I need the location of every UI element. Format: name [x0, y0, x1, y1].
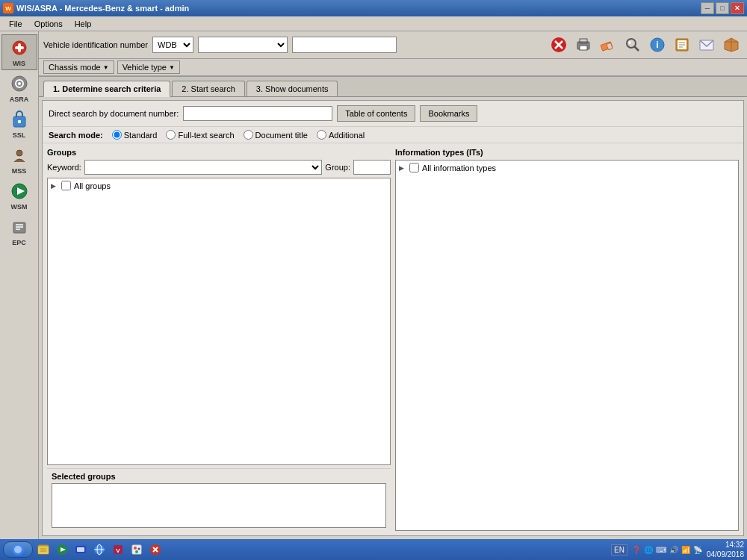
mode-bar: Chassis mode ▼ Vehicle type ▼	[39, 59, 747, 77]
svg-point-54	[138, 548, 140, 550]
tab-bar: 1. Determine search criteria 2. Start se…	[39, 77, 747, 97]
group-label: Group:	[325, 163, 350, 172]
menubar: File Options Help	[0, 16, 747, 31]
search-panel: Direct search by document number: Table …	[42, 100, 744, 536]
taskbar: V EN ❓ 🌐 ⌨ 🔊 📶 📡	[0, 539, 747, 560]
info-button[interactable]: i	[646, 34, 669, 55]
groups-all-checkbox[interactable]	[61, 181, 71, 190]
vin-input[interactable]	[292, 37, 397, 53]
svg-point-8	[16, 150, 22, 156]
groups-all-label: All groups	[74, 181, 111, 190]
sidebar-item-epc[interactable]: EPC	[1, 214, 37, 249]
chassis-mode-button[interactable]: Chassis mode ▼	[43, 60, 114, 74]
sidebar-ssl-label: SSL	[13, 131, 26, 139]
vehicle-type-button[interactable]: Vehicle type ▼	[117, 60, 180, 74]
svg-point-55	[135, 550, 138, 553]
keyword-label: Keyword:	[47, 163, 81, 172]
minimize-button[interactable]: ─	[701, 2, 714, 14]
mail-button[interactable]	[695, 34, 718, 55]
language-indicator: EN	[611, 544, 627, 556]
close-button[interactable]: ✕	[731, 2, 744, 14]
expand-icon: ▶	[51, 182, 58, 190]
book-button[interactable]	[671, 34, 693, 55]
time-display: 14:32	[707, 540, 744, 550]
selected-groups-label: Selected groups	[52, 472, 386, 481]
it-panel: Information types (ITs) ▶ All informatio…	[395, 148, 739, 531]
svg-point-25	[628, 41, 631, 44]
toolbar-strip: Vehicle identification number WDB	[39, 31, 747, 59]
keyword-input[interactable]	[84, 160, 323, 175]
search-mode-standard[interactable]: Standard	[112, 130, 158, 140]
taskbar-left: V	[3, 541, 164, 558]
sidebar-asra-label: ASRA	[10, 96, 29, 103]
stop-button[interactable]	[548, 34, 570, 55]
tab-determine[interactable]: 1. Determine search criteria	[43, 81, 170, 97]
start-button[interactable]	[3, 541, 33, 558]
main-container: WIS ASRA SSL	[0, 31, 747, 539]
it-all-item[interactable]: ▶ All information types	[399, 162, 735, 173]
menu-file[interactable]: File	[3, 18, 28, 30]
toolbar-icons: i	[548, 34, 743, 55]
chassis-mode-label: Chassis mode	[49, 63, 101, 72]
content-area: Vehicle identification number WDB	[39, 31, 747, 539]
taskbar-app-icon[interactable]	[147, 541, 164, 558]
date-display: 04/09/2018	[707, 550, 744, 559]
svg-rect-20	[580, 46, 587, 50]
tab-start-search[interactable]: 2. Start search	[172, 81, 245, 96]
taskbar-teamviewer-icon[interactable]	[72, 541, 89, 558]
taskbar-paint-icon[interactable]	[128, 541, 145, 558]
sidebar-mss-label: MSS	[12, 167, 27, 175]
network2-icon: 📶	[681, 546, 690, 554]
selected-groups-section: Selected groups	[47, 468, 391, 531]
sidebar-item-asra[interactable]: ASRA	[1, 70, 37, 106]
mss-icon	[9, 145, 30, 166]
svg-rect-46	[77, 547, 84, 552]
svg-text:V: V	[116, 547, 120, 554]
vehicle-type-label: Vehicle type	[123, 63, 167, 72]
print-button[interactable]	[572, 34, 595, 55]
group-input[interactable]	[353, 160, 391, 175]
menu-options[interactable]: Options	[28, 18, 69, 30]
it-all-label: All information types	[422, 164, 496, 172]
groups-title: Groups	[47, 148, 391, 157]
search-mode-document[interactable]: Document title	[244, 130, 308, 140]
groups-panel: Groups Keyword: Group: ▶ All grou	[47, 148, 391, 531]
ssl-icon	[9, 109, 30, 130]
it-expand-icon: ▶	[399, 164, 406, 172]
taskbar-files-icon[interactable]	[35, 541, 52, 558]
zoom-button[interactable]	[622, 34, 644, 55]
taskbar-media-icon[interactable]	[54, 541, 70, 558]
sidebar-epc-label: EPC	[12, 239, 26, 246]
maximize-button[interactable]: □	[716, 2, 729, 14]
menu-help[interactable]: Help	[69, 18, 98, 30]
groups-all-item[interactable]: ▶ All groups	[51, 180, 387, 191]
taskbar-vb-icon[interactable]: V	[110, 541, 126, 558]
package-button[interactable]	[720, 34, 743, 55]
vin-model-dropdown[interactable]	[198, 37, 288, 53]
svg-rect-7	[18, 120, 21, 123]
svg-line-24	[635, 47, 639, 52]
svg-rect-2	[15, 46, 24, 49]
sidebar-item-ssl[interactable]: SSL	[1, 106, 37, 142]
it-tree[interactable]: ▶ All information types	[395, 160, 739, 531]
direct-search-input[interactable]	[183, 106, 332, 121]
direct-search-row: Direct search by document number: Table …	[43, 101, 743, 127]
table-of-contents-button[interactable]: Table of contents	[337, 105, 415, 122]
search-mode-additional[interactable]: Additional	[317, 130, 365, 140]
taskbar-ie-icon[interactable]	[91, 541, 108, 558]
erase-button[interactable]	[597, 34, 619, 55]
window-controls: ─ □ ✕	[701, 2, 744, 14]
bookmarks-button[interactable]: Bookmarks	[420, 105, 477, 122]
groups-tree[interactable]: ▶ All groups	[47, 178, 391, 465]
tab-show-documents[interactable]: 3. Show documents	[247, 81, 338, 96]
vin-prefix-select[interactable]: WDB	[152, 37, 193, 53]
search-mode-fulltext[interactable]: Full-text search	[166, 130, 234, 140]
vehicle-type-arrow: ▼	[169, 64, 175, 71]
sidebar-item-wsm[interactable]: WSM	[1, 178, 37, 214]
sidebar-wis-label: WIS	[13, 60, 25, 67]
sidebar-item-wis[interactable]: WIS	[1, 34, 37, 70]
signal-icon: 📡	[693, 546, 702, 554]
vin-label: Vehicle identification number	[43, 40, 148, 49]
it-all-checkbox[interactable]	[409, 163, 419, 172]
sidebar-item-mss[interactable]: MSS	[1, 142, 37, 178]
